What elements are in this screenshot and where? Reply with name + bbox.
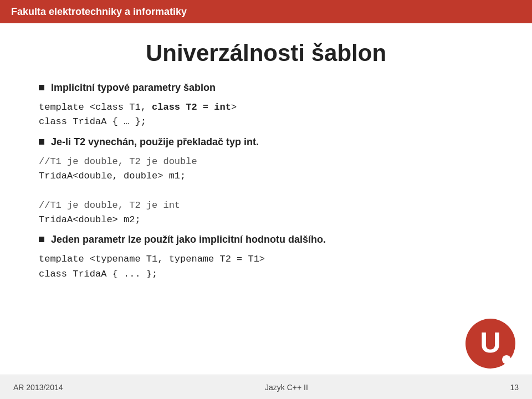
code-block-1: template <class T1, class T2 = int> clas… (39, 100, 493, 130)
bullet-icon-3 (39, 237, 44, 242)
slide-title: Univerzálnosti šablon (39, 40, 493, 66)
footer-right: 13 (510, 383, 519, 392)
logo-circle: U (466, 319, 515, 369)
code2-line4: //T1 je double, T2 je int (39, 200, 180, 211)
bullet-item-3: Jeden parametr lze použít jako implicitn… (39, 234, 493, 245)
code1-line1-normal: template <class T1, (39, 102, 152, 112)
code3-line1: template <typename T1, typename T2 = T1> (39, 254, 265, 264)
bullet-text-3: Jeden parametr lze použít jako implicitn… (51, 234, 326, 245)
code1-line2: class TridaA { … }; (39, 116, 146, 127)
bullet-text-2: Je-li T2 vynechán, použije překladač typ… (51, 136, 259, 148)
bullet-icon-1 (39, 85, 44, 90)
bullet-text-1: Implicitní typové parametry šablon (51, 82, 216, 94)
bullet-item-1: Implicitní typové parametry šablon (39, 82, 493, 94)
footer-center: Jazyk C++ II (265, 383, 308, 392)
code2-line1: //T1 je double, T2 je double (39, 156, 197, 167)
main-content: Univerzálnosti šablon Implicitní typové … (0, 23, 532, 375)
footer-bar: AR 2013/2014 Jazyk C++ II 13 (0, 375, 532, 399)
code2-line5: TridaA<double> m2; (39, 214, 141, 225)
bullet-icon-2 (39, 139, 44, 145)
header-bar: Fakulta elektrotechniky a informatiky (0, 0, 532, 23)
code1-line1-bold: class T2 = int (152, 102, 231, 112)
logo-dot (502, 355, 511, 364)
code3-line2: class TridaA { ... }; (39, 269, 157, 279)
footer-left: AR 2013/2014 (13, 383, 63, 392)
code-block-2: //T1 je double, T2 je double TridaA<doub… (39, 155, 493, 228)
header-title: Fakulta elektrotechniky a informatiky (11, 6, 187, 18)
code-block-3: template <typename T1, typename T2 = T1>… (39, 252, 493, 282)
logo-u-letter: U (480, 328, 501, 357)
code2-line2: TridaA<double, double> m1; (39, 171, 186, 181)
bullet-item-2: Je-li T2 vynechán, použije překladač typ… (39, 136, 493, 148)
code1-line1-end: > (231, 102, 237, 112)
logo-container: U (466, 319, 515, 369)
